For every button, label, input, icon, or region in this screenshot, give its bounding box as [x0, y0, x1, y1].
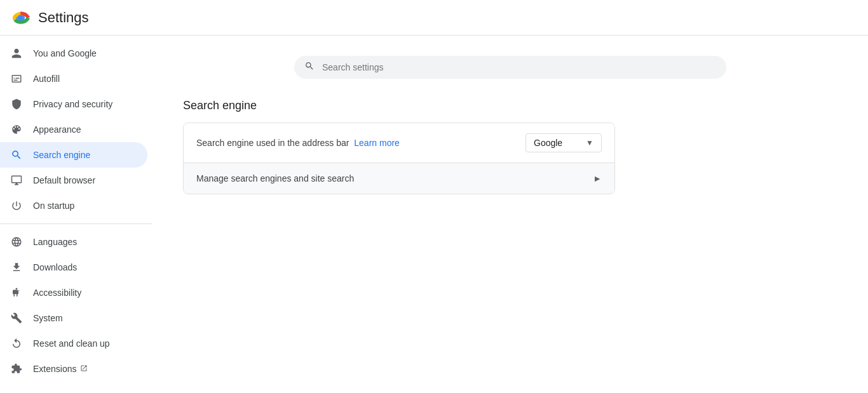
sidebar-item-accessibility[interactable]: Accessibility: [0, 280, 147, 305]
sidebar-item-default-browser[interactable]: Default browser: [0, 168, 147, 193]
person-icon: [10, 47, 23, 60]
sidebar-label-accessibility: Accessibility: [33, 288, 81, 298]
learn-more-link[interactable]: Learn more: [354, 138, 400, 148]
search-bar[interactable]: [294, 56, 726, 79]
search-engine-card: Search engine used in the address bar Le…: [183, 123, 615, 194]
sidebar-item-privacy-security[interactable]: Privacy and security: [0, 91, 147, 117]
svg-point-3: [18, 15, 24, 20]
sidebar-item-downloads[interactable]: Downloads: [0, 255, 147, 280]
sidebar-label-appearance: Appearance: [33, 124, 81, 135]
sidebar-item-reset-clean[interactable]: Reset and clean up: [0, 331, 147, 356]
shield-icon: [10, 98, 23, 110]
address-bar-label: Search engine used in the address bar Le…: [196, 138, 526, 148]
download-icon: [10, 261, 23, 274]
content-area: Search engine Search engine used in the …: [153, 36, 868, 393]
chrome-logo: [10, 8, 31, 28]
sidebar-label-you-and-google: You and Google: [33, 48, 97, 58]
sidebar-item-on-startup[interactable]: On startup: [0, 193, 147, 218]
sidebar: You and GoogleAutofillPrivacy and securi…: [0, 36, 153, 393]
section-title: Search engine: [183, 99, 837, 112]
search-engine-dropdown[interactable]: Google ▼: [526, 133, 602, 152]
svg-point-4: [16, 288, 18, 290]
search-icon: [304, 61, 315, 74]
sidebar-item-languages[interactable]: Languages: [0, 229, 147, 255]
wrench-icon: [10, 312, 23, 324]
palette-icon: [10, 123, 23, 136]
chevron-right-icon: ►: [593, 173, 602, 183]
sidebar-label-autofill: Autofill: [33, 74, 60, 84]
manage-search-engines-label: Manage search engines and site search: [196, 173, 354, 183]
monitor-icon: [10, 174, 23, 187]
default-search-engine-row: Search engine used in the address bar Le…: [184, 123, 614, 163]
sidebar-item-appearance[interactable]: Appearance: [0, 117, 147, 142]
reset-icon: [10, 337, 23, 350]
top-bar: Settings: [0, 0, 868, 36]
selected-engine-value: Google: [534, 138, 562, 148]
sidebar-label-reset-clean: Reset and clean up: [33, 338, 110, 349]
sidebar-label-extensions: Extensions: [33, 364, 76, 374]
accessibility-icon: [10, 286, 23, 299]
badge-icon: [10, 72, 23, 85]
power-icon: [10, 199, 23, 212]
globe-icon: [10, 236, 23, 248]
sidebar-item-you-and-google[interactable]: You and Google: [0, 41, 147, 66]
sidebar-item-search-engine[interactable]: Search engine: [0, 142, 147, 168]
search-icon: [10, 149, 23, 161]
sidebar-item-system[interactable]: System: [0, 305, 147, 331]
sidebar-item-extensions[interactable]: Extensions: [0, 356, 147, 382]
sidebar-label-privacy-security: Privacy and security: [33, 99, 112, 109]
search-bar-container: [183, 56, 837, 79]
search-input[interactable]: [322, 62, 716, 72]
external-link-icon: [80, 364, 88, 374]
sidebar-item-autofill[interactable]: Autofill: [0, 66, 147, 91]
manage-search-engines-row[interactable]: Manage search engines and site search ►: [184, 163, 614, 194]
sidebar-label-search-engine: Search engine: [33, 150, 90, 160]
sidebar-label-on-startup: On startup: [33, 201, 74, 211]
dropdown-arrow-icon: ▼: [586, 138, 593, 147]
page-title: Settings: [38, 10, 89, 26]
sidebar-label-default-browser: Default browser: [33, 175, 95, 185]
sidebar-label-downloads: Downloads: [33, 262, 77, 272]
puzzle-icon: [10, 363, 23, 375]
sidebar-label-languages: Languages: [33, 237, 77, 247]
sidebar-divider: [0, 223, 153, 224]
main-layout: You and GoogleAutofillPrivacy and securi…: [0, 36, 868, 393]
sidebar-label-system: System: [33, 313, 63, 323]
